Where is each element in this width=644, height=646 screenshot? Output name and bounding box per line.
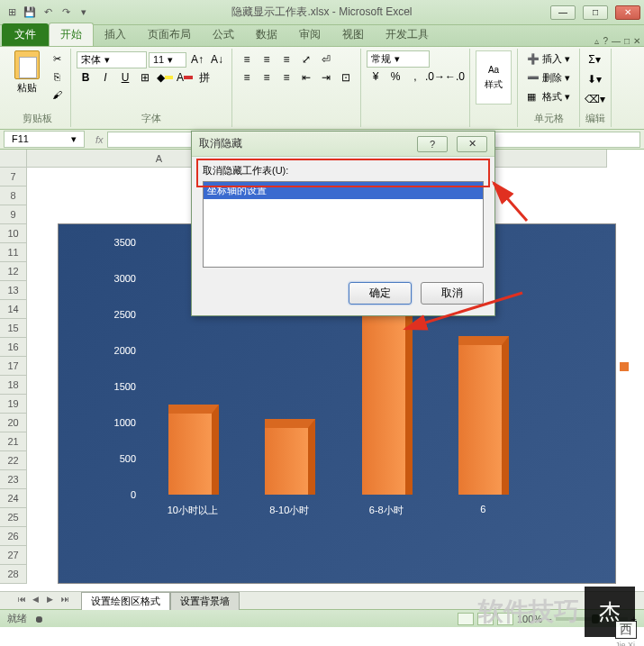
tab-home[interactable]: 开始	[49, 23, 94, 46]
styles-button[interactable]: Aa 样式	[476, 50, 512, 105]
row-header[interactable]: 9	[0, 205, 27, 224]
tab-nav-prev-icon[interactable]: ◀	[32, 595, 45, 607]
select-all-corner[interactable]	[0, 150, 27, 168]
row-header[interactable]: 27	[0, 546, 27, 565]
sheet-tab-0[interactable]: 设置绘图区格式	[81, 592, 170, 610]
indent-dec-icon[interactable]: ⇤	[297, 68, 315, 86]
tab-nav-next-icon[interactable]: ▶	[47, 595, 59, 607]
font-size-combo[interactable]: 11▾	[149, 52, 186, 68]
minimize-button[interactable]: —	[550, 5, 576, 20]
tab-formulas[interactable]: 公式	[202, 23, 245, 46]
chart-bar[interactable]	[265, 419, 315, 495]
merge-button[interactable]: ⊡	[337, 68, 355, 86]
tab-developer[interactable]: 开发工具	[375, 23, 440, 46]
row-header[interactable]: 16	[0, 338, 27, 357]
save-icon[interactable]: 💾	[22, 5, 38, 21]
dec-decimal-icon[interactable]: ←.0	[446, 68, 464, 86]
row-header[interactable]: 26	[0, 527, 27, 546]
row-header[interactable]: 21	[0, 432, 27, 451]
align-top-icon[interactable]: ≡	[238, 50, 256, 68]
inner-min-icon[interactable]: —	[612, 36, 621, 46]
italic-button[interactable]: I	[96, 68, 114, 86]
macro-record-icon[interactable]: ⏺	[34, 614, 44, 624]
view-normal-icon[interactable]	[458, 613, 474, 625]
number-format-combo[interactable]: 常规▾	[367, 50, 430, 68]
align-bottom-icon[interactable]: ≡	[277, 50, 295, 68]
tab-view[interactable]: 视图	[331, 23, 375, 46]
format-cells-button[interactable]: ▦格式▾	[523, 88, 574, 105]
align-center-icon[interactable]: ≡	[258, 68, 276, 86]
increase-font-icon[interactable]: A↑	[188, 50, 206, 68]
undo-icon[interactable]: ↶	[40, 5, 56, 21]
inc-decimal-icon[interactable]: .0→	[426, 68, 444, 86]
row-header[interactable]: 25	[0, 508, 27, 527]
row-header[interactable]: 11	[0, 243, 27, 262]
chart-bar[interactable]	[168, 405, 219, 495]
tab-insert[interactable]: 插入	[94, 23, 137, 46]
row-header[interactable]: 12	[0, 262, 27, 281]
row-header[interactable]: 15	[0, 319, 27, 338]
inner-close-icon[interactable]: ✕	[633, 36, 640, 46]
currency-icon[interactable]: ¥	[367, 68, 385, 86]
orientation-icon[interactable]: ⤢	[297, 50, 315, 68]
delete-cells-button[interactable]: ➖删除▾	[523, 69, 574, 86]
align-left-icon[interactable]: ≡	[238, 68, 256, 86]
phonetic-button[interactable]: 拼	[195, 68, 213, 86]
dialog-title-bar[interactable]: 取消隐藏 ? ✕	[192, 132, 494, 157]
font-color-button[interactable]: A	[176, 68, 194, 86]
row-header[interactable]: 13	[0, 281, 27, 300]
inner-restore-icon[interactable]: □	[624, 36, 630, 46]
chart-bar[interactable]	[458, 336, 509, 495]
clear-icon[interactable]: ⌫▾	[585, 90, 603, 108]
row-header[interactable]: 20	[0, 414, 27, 432]
row-header[interactable]: 19	[0, 395, 27, 414]
unhide-listbox[interactable]: 坐标轴的设置	[203, 181, 484, 268]
fill-color-button[interactable]: ◆	[156, 68, 174, 86]
tab-nav-first-icon[interactable]: ⏮	[18, 595, 31, 607]
insert-cells-button[interactable]: ➕插入▾	[523, 50, 574, 68]
tab-nav-last-icon[interactable]: ⏭	[61, 595, 74, 607]
cancel-button[interactable]: 取消	[421, 282, 484, 305]
row-header[interactable]: 8	[0, 187, 27, 205]
row-header[interactable]: 17	[0, 357, 27, 376]
align-middle-icon[interactable]: ≡	[258, 50, 276, 68]
tab-page-layout[interactable]: 页面布局	[137, 23, 202, 46]
maximize-button[interactable]: □	[583, 5, 608, 20]
list-item[interactable]: 坐标轴的设置	[204, 182, 483, 199]
row-header[interactable]: 22	[0, 451, 27, 470]
dialog-close-button[interactable]: ✕	[457, 136, 487, 152]
decrease-font-icon[interactable]: A↓	[208, 50, 226, 68]
row-header[interactable]: 14	[0, 300, 27, 319]
row-header[interactable]: 7	[0, 168, 27, 187]
close-button[interactable]: ✕	[615, 5, 640, 20]
percent-icon[interactable]: %	[386, 68, 404, 86]
dialog-help-button[interactable]: ?	[417, 136, 448, 152]
comma-icon[interactable]: ,	[406, 68, 424, 86]
qat-more-icon[interactable]: ▾	[76, 5, 92, 21]
cut-icon[interactable]: ✂	[49, 50, 65, 67]
bold-button[interactable]: B	[77, 68, 95, 86]
copy-icon[interactable]: ⎘	[49, 68, 65, 85]
indent-inc-icon[interactable]: ⇥	[317, 68, 335, 86]
row-header[interactable]: 23	[0, 470, 27, 489]
tab-data[interactable]: 数据	[245, 23, 288, 46]
font-name-combo[interactable]: 宋体▾	[77, 51, 147, 68]
fill-icon[interactable]: ⬇▾	[585, 70, 603, 88]
fx-icon[interactable]: fx	[95, 134, 104, 145]
row-header[interactable]: 10	[0, 224, 27, 243]
help-icon[interactable]: ?	[603, 36, 608, 46]
name-box[interactable]: F11▾	[4, 131, 85, 148]
sheet-tab-1[interactable]: 设置背景墙	[170, 592, 240, 610]
row-header[interactable]: 18	[0, 376, 27, 395]
wrap-text-button[interactable]: ⏎	[317, 50, 335, 68]
paste-button[interactable]: 粘贴	[9, 50, 45, 95]
autosum-icon[interactable]: Σ▾	[585, 50, 603, 68]
format-painter-icon[interactable]: 🖌	[49, 86, 65, 103]
tab-review[interactable]: 审阅	[288, 23, 331, 46]
file-tab[interactable]: 文件	[2, 23, 49, 46]
row-header[interactable]: 24	[0, 489, 27, 508]
ok-button[interactable]: 确定	[349, 282, 412, 305]
border-button[interactable]: ⊞	[136, 68, 154, 86]
align-right-icon[interactable]: ≡	[277, 68, 295, 86]
row-header[interactable]: 28	[0, 565, 27, 584]
